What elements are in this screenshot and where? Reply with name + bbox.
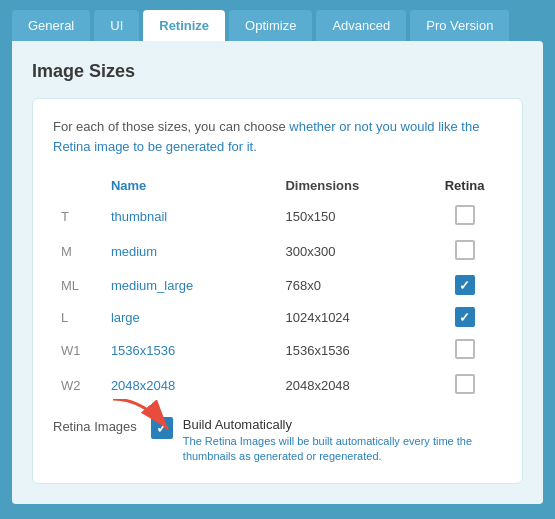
checkbox-unchecked[interactable] [455,205,475,225]
card: For each of those sizes, you can choose … [32,98,523,484]
row-retina-checkbox[interactable] [427,368,502,403]
row-name: thumbnail [103,199,278,234]
col-header-retina: Retina [427,172,502,199]
panel-title: Image Sizes [32,61,523,82]
checkbox-checked[interactable]: ✓ [455,275,475,295]
table-row: W1 1536x1536 1536x1536 [53,333,502,368]
tab-retinize[interactable]: Retinize [143,10,225,41]
tab-ui[interactable]: UI [94,10,139,41]
row-dimensions: 1536x1536 [277,333,427,368]
row-dimensions: 768x0 [277,269,427,301]
tab-general[interactable]: General [12,10,90,41]
row-dimensions: 300x300 [277,234,427,269]
footer-text: Build Automatically The Retina Images wi… [183,417,502,465]
row-name: medium_large [103,269,278,301]
row-abbr: ML [53,269,103,301]
tab-bar: General UI Retinize Optimize Advanced Pr… [0,0,555,41]
table-row: T thumbnail 150x150 [53,199,502,234]
row-name: large [103,301,278,333]
table-row: M medium 300x300 [53,234,502,269]
col-header-dimensions: Dimensions [277,172,427,199]
row-abbr: W2 [53,368,103,403]
table-row: ML medium_large 768x0 ✓ [53,269,502,301]
row-name: 1536x1536 [103,333,278,368]
row-dimensions: 2048x2048 [277,368,427,403]
row-retina-checkbox[interactable] [427,234,502,269]
tab-advanced[interactable]: Advanced [316,10,406,41]
row-abbr: L [53,301,103,333]
row-abbr: W1 [53,333,103,368]
tab-pro-version[interactable]: Pro Version [410,10,509,41]
description-text-1: For each of those sizes, you can choose [53,119,289,134]
checkbox-checked[interactable]: ✓ [455,307,475,327]
table-row: W2 2048x2048 2048x2048 [53,368,502,403]
checkbox-unchecked[interactable] [455,240,475,260]
footer-build-label: Build Automatically [183,417,502,432]
checkbox-unchecked[interactable] [455,374,475,394]
row-abbr: M [53,234,103,269]
table-row: L large 1024x1024 ✓ [53,301,502,333]
description: For each of those sizes, you can choose … [53,117,502,156]
row-dimensions: 150x150 [277,199,427,234]
main-panel: Image Sizes For each of those sizes, you… [12,41,543,504]
col-header-abbr [53,172,103,199]
arrow-icon [113,399,193,439]
row-retina-checkbox[interactable] [427,199,502,234]
tab-optimize[interactable]: Optimize [229,10,312,41]
row-retina-checkbox[interactable]: ✓ [427,301,502,333]
footer-build-desc: The Retina Images will be built automati… [183,434,502,465]
row-name: 2048x2048 [103,368,278,403]
retina-footer: Retina Images ✓ Build Automatically The … [53,417,502,465]
row-name: medium [103,234,278,269]
row-dimensions: 1024x1024 [277,301,427,333]
checkbox-unchecked[interactable] [455,339,475,359]
row-retina-checkbox[interactable]: ✓ [427,269,502,301]
row-retina-checkbox[interactable] [427,333,502,368]
image-sizes-table: Name Dimensions Retina T thumbnail 150x1… [53,172,502,403]
row-abbr: T [53,199,103,234]
col-header-name: Name [103,172,278,199]
